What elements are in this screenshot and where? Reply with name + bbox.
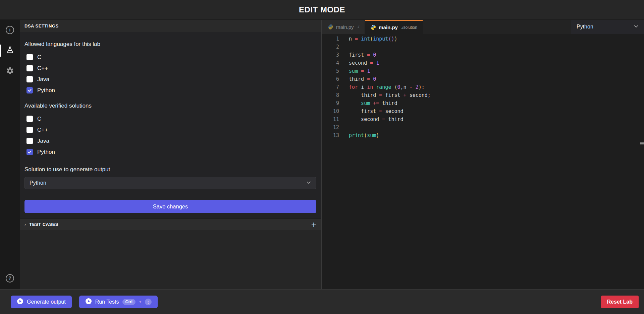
- checkbox-row-java[interactable]: Java: [24, 74, 316, 85]
- test-cases-empty-area: [20, 230, 321, 289]
- bottom-action-bar: Generate output Run Tests Ctrl + ; Reset…: [0, 289, 644, 314]
- code-line[interactable]: 7for i in range (0,n - 2):: [322, 83, 644, 91]
- checkbox-row-cpp[interactable]: C++: [24, 63, 316, 74]
- checkbox-row-python[interactable]: Python: [24, 85, 316, 96]
- allowed-languages-label: Allowed languages for this lab: [24, 41, 316, 48]
- help-button[interactable]: ?: [0, 271, 20, 286]
- code-text: [339, 123, 349, 131]
- allowed-languages-group: CC++JavaPython: [24, 52, 316, 96]
- checkbox-label: Python: [37, 87, 55, 94]
- checkbox-unchecked[interactable]: [26, 138, 33, 144]
- code-line[interactable]: 8 third = first + second;: [322, 91, 644, 99]
- code-text: sum = 1: [339, 67, 370, 75]
- code-line[interactable]: 1n = int(input()): [322, 35, 644, 43]
- line-number: 4: [322, 59, 339, 67]
- info-icon: i: [6, 26, 14, 34]
- code-text: n = int(input()): [339, 35, 397, 43]
- language-select[interactable]: Python: [571, 20, 644, 34]
- checkbox-label: Java: [37, 138, 49, 144]
- generate-output-button[interactable]: Generate output: [11, 296, 72, 308]
- editor-scrollbar[interactable]: [640, 142, 644, 144]
- verified-solutions-group: CC++JavaPython: [24, 113, 316, 158]
- lab-settings-button[interactable]: [0, 43, 20, 58]
- left-icon-rail: i ?: [0, 20, 20, 289]
- solution-select-value: Python: [30, 180, 306, 186]
- save-changes-button[interactable]: Save changes: [24, 200, 316, 213]
- code-line[interactable]: 9 sum += third: [322, 99, 644, 107]
- run-tests-button[interactable]: Run Tests Ctrl + ;: [79, 296, 158, 308]
- chevron-down-icon: [306, 180, 311, 186]
- checkbox-row-java[interactable]: Java: [24, 135, 316, 146]
- test-cases-header[interactable]: › TEST CASES +: [20, 218, 321, 230]
- code-line[interactable]: 11 second = third: [322, 115, 644, 123]
- panel-header: DSA SETTINGS: [20, 20, 321, 32]
- tab-file-name: main.py: [379, 24, 398, 30]
- code-line[interactable]: 2: [322, 43, 644, 51]
- python-icon: [370, 24, 376, 30]
- checkbox-label: C: [37, 54, 41, 61]
- line-number: 1: [322, 35, 339, 43]
- code-line[interactable]: 5sum = 1: [322, 67, 644, 75]
- line-number: 3: [322, 51, 339, 59]
- python-icon: [328, 24, 333, 30]
- line-number: 7: [322, 83, 339, 91]
- page-title: EDIT MODE: [299, 5, 345, 14]
- shortcut-modifier-badge: Ctrl: [122, 299, 136, 305]
- tab-file-path: ./solution: [401, 25, 417, 30]
- settings-gear-icon: [6, 67, 14, 76]
- tab-main-py-solution[interactable]: main.py ./solution: [365, 20, 423, 34]
- checkbox-unchecked[interactable]: [26, 65, 33, 71]
- chevron-down-icon: [634, 24, 639, 30]
- chevron-right-icon[interactable]: ›: [24, 222, 26, 227]
- code-text: second = third: [339, 115, 404, 123]
- solution-select[interactable]: Python: [24, 177, 316, 189]
- generate-output-label: Generate output: [27, 299, 66, 305]
- checkbox-unchecked[interactable]: [26, 76, 33, 82]
- shortcut-plus: +: [139, 299, 142, 304]
- checkbox-unchecked[interactable]: [26, 116, 33, 122]
- checkbox-label: Java: [37, 76, 49, 83]
- code-lines: 1n = int(input())23first = 04second = 15…: [322, 35, 644, 139]
- info-button[interactable]: i: [0, 22, 20, 37]
- settings-button[interactable]: [0, 64, 20, 79]
- dsa-settings-panel: DSA SETTINGS Allowed languages for this …: [20, 20, 322, 289]
- checkbox-checked[interactable]: [26, 87, 33, 93]
- code-text: [339, 43, 349, 51]
- lab-flask-icon: [6, 46, 14, 55]
- top-header: EDIT MODE: [0, 0, 644, 20]
- solution-select-label: Solution to use to generate output: [24, 166, 316, 173]
- language-select-value: Python: [577, 24, 634, 30]
- code-line[interactable]: 10 first = second: [322, 107, 644, 115]
- checkbox-row-c[interactable]: C: [24, 113, 316, 124]
- checkbox-row-c[interactable]: C: [24, 52, 316, 63]
- code-line[interactable]: 6third = 0: [322, 75, 644, 83]
- checkbox-unchecked[interactable]: [26, 127, 33, 133]
- app-root: EDIT MODE i ? D: [0, 0, 644, 314]
- tab-main-py-root[interactable]: main.py ./: [322, 20, 365, 34]
- line-number: 9: [322, 99, 339, 107]
- code-text: for i in range (0,n - 2):: [339, 83, 425, 91]
- line-number: 13: [322, 131, 339, 139]
- code-line[interactable]: 12: [322, 123, 644, 131]
- line-number: 11: [322, 115, 339, 123]
- checkbox-row-cpp[interactable]: C++: [24, 124, 316, 135]
- checkbox-label: C++: [37, 127, 48, 133]
- play-icon: [85, 298, 92, 306]
- add-test-case-button[interactable]: +: [311, 220, 316, 229]
- line-number: 5: [322, 67, 339, 75]
- code-text: third = 0: [339, 75, 376, 83]
- code-text: first = second: [339, 107, 404, 115]
- checkbox-label: C: [37, 116, 41, 122]
- checkbox-checked[interactable]: [26, 149, 33, 155]
- checkbox-row-python[interactable]: Python: [24, 146, 316, 158]
- code-area[interactable]: 1n = int(input())23first = 04second = 15…: [322, 34, 644, 139]
- reset-lab-button[interactable]: Reset Lab: [601, 296, 639, 308]
- checkbox-unchecked[interactable]: [26, 54, 33, 60]
- checkbox-label: Python: [37, 149, 55, 155]
- line-number: 10: [322, 107, 339, 115]
- panel-title: DSA SETTINGS: [24, 23, 59, 28]
- code-line[interactable]: 13print(sum): [322, 131, 644, 139]
- shortcut-key-badge: ;: [145, 299, 152, 305]
- code-line[interactable]: 3first = 0: [322, 51, 644, 59]
- code-line[interactable]: 4second = 1: [322, 59, 644, 67]
